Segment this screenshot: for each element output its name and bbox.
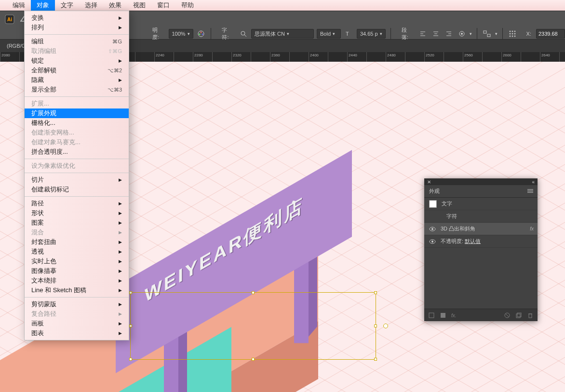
menu-item[interactable]: 全部解锁⌥⌘2: [25, 66, 129, 75]
duplicate-item-icon[interactable]: [515, 312, 522, 319]
rotate-handle[interactable]: [383, 324, 388, 328]
font-style-field[interactable]: Bold▾: [317, 29, 341, 39]
search-icon[interactable]: [238, 29, 248, 39]
clear-appearance-icon[interactable]: [504, 312, 511, 319]
new-fill-icon[interactable]: [428, 312, 435, 319]
recolor-artwork-icon[interactable]: [196, 29, 206, 39]
menu-item[interactable]: 切片▶: [25, 175, 129, 185]
ruler-tick: 2520: [424, 52, 444, 62]
svg-point-24: [514, 31, 515, 32]
ruler-tick: [521, 52, 540, 62]
transform-icon[interactable]: [482, 29, 492, 39]
panel-title[interactable]: 外观: [429, 188, 440, 195]
menu-type[interactable]: 文字: [55, 0, 79, 11]
menu-item[interactable]: 排列▶: [25, 23, 129, 32]
submenu-arrow-icon: ▶: [119, 78, 122, 82]
x-position-field[interactable]: 2339.68: [536, 29, 565, 39]
menu-item[interactable]: 创建裁切标记: [25, 185, 129, 194]
menu-item[interactable]: 图像描摹▶: [25, 266, 129, 276]
ruler-tick: [559, 52, 565, 62]
menu-item[interactable]: 图案▶: [25, 218, 129, 228]
ruler-tick: [174, 52, 193, 62]
menu-item[interactable]: 文本绕排▶: [25, 276, 129, 285]
add-effect-icon[interactable]: fx.: [451, 312, 458, 319]
submenu-arrow-icon: ▶: [119, 321, 122, 326]
menu-item[interactable]: 栅格化...: [25, 118, 129, 128]
menu-item[interactable]: 封套扭曲▶: [25, 237, 129, 247]
menu-edit[interactable]: 编辑: [7, 0, 31, 11]
svg-point-25: [510, 33, 511, 34]
menu-item[interactable]: 变换▶: [25, 13, 129, 23]
svg-point-3: [201, 32, 202, 33]
menu-item[interactable]: 路径▶: [25, 199, 129, 208]
menu-separator: [25, 196, 129, 197]
object-menu-dropdown: 变换▶排列▶编组⌘G取消编组⇧⌘G锁定▶全部解锁⌥⌘2隐藏▶显示全部⌥⌘3扩展.…: [24, 11, 129, 340]
menu-item[interactable]: 锁定▶: [25, 56, 129, 66]
menu-item: 创建渐变网格...: [25, 128, 129, 137]
ruler-tick: [444, 52, 463, 62]
appearance-row-characters[interactable]: 字符: [424, 210, 538, 223]
menu-item[interactable]: 隐藏▶: [25, 75, 129, 85]
svg-line-42: [505, 313, 509, 317]
visibility-toggle-icon[interactable]: [429, 226, 436, 232]
menu-effect[interactable]: 效果: [103, 0, 127, 11]
align-right-icon[interactable]: [444, 29, 454, 39]
ruler-tick: 2560: [463, 52, 482, 62]
menu-item[interactable]: 扩展外观: [25, 108, 129, 118]
character-label: 字符:: [222, 27, 233, 41]
submenu-arrow-icon: ▶: [119, 249, 122, 254]
align-left-icon[interactable]: [418, 29, 428, 39]
menu-item[interactable]: 拼合透明度...: [25, 147, 129, 157]
svg-point-28: [510, 36, 511, 37]
font-size-field[interactable]: 34.65 p▾: [357, 29, 386, 39]
align-to-icon[interactable]: [457, 29, 467, 39]
panel-menu-icon[interactable]: [527, 189, 534, 194]
ruler-tick: 2440: [347, 52, 366, 62]
fx-indicator[interactable]: fx: [530, 226, 534, 231]
appearance-row-3d-effect[interactable]: 3D 凸出和斜角 fx: [424, 223, 538, 235]
menu-window[interactable]: 窗口: [151, 0, 175, 11]
opacity-field[interactable]: 100%▾: [169, 29, 193, 39]
menu-separator: [25, 173, 129, 173]
svg-rect-44: [517, 313, 521, 317]
x-label: X:: [526, 31, 531, 37]
menu-help[interactable]: 帮助: [175, 0, 200, 11]
new-stroke-icon[interactable]: [440, 312, 446, 319]
menu-item[interactable]: 实时上色▶: [25, 257, 129, 266]
submenu-arrow-icon: ▶: [119, 331, 122, 336]
menu-item[interactable]: 编组⌘G: [25, 37, 129, 46]
svg-rect-45: [529, 314, 532, 318]
menu-item[interactable]: 图表▶: [25, 328, 129, 338]
selection-bounding-box[interactable]: [130, 292, 376, 360]
submenu-arrow-icon: ▶: [119, 201, 122, 206]
font-family-field[interactable]: 思源黑体 CN▾: [251, 29, 314, 39]
menu-item[interactable]: 形状▶: [25, 208, 129, 218]
menu-item[interactable]: 剪切蒙版▶: [25, 299, 129, 309]
font-size-icon: T: [344, 29, 354, 39]
svg-rect-21: [487, 34, 490, 37]
panel-close-icon[interactable]: ✕: [427, 179, 431, 185]
fill-swatch[interactable]: [429, 200, 437, 208]
svg-point-37: [431, 241, 433, 243]
menu-item[interactable]: Line 和 Sketch 图稿▶: [25, 285, 129, 295]
appearance-row-opacity[interactable]: 不透明度: 默认值: [424, 235, 538, 248]
menu-item[interactable]: 透视▶: [25, 247, 129, 257]
menu-select[interactable]: 选择: [79, 0, 103, 11]
menu-view[interactable]: 视图: [127, 0, 151, 11]
menu-separator: [25, 34, 129, 35]
menu-object[interactable]: 对象: [31, 0, 55, 11]
submenu-arrow-icon: ▶: [119, 25, 122, 30]
panel-collapse-icon[interactable]: «: [532, 179, 535, 185]
align-center-icon[interactable]: [430, 29, 441, 39]
opacity-label: 明度:: [152, 27, 164, 41]
menu-item[interactable]: 显示全部⌥⌘3: [25, 85, 129, 95]
ruler-tick: [212, 52, 231, 62]
menu-item[interactable]: 画板▶: [25, 319, 129, 328]
reference-point-icon[interactable]: [508, 29, 518, 39]
appearance-row-type[interactable]: 文字: [424, 198, 538, 210]
paragraph-label: 段落:: [402, 27, 413, 41]
visibility-toggle-icon[interactable]: [429, 238, 436, 245]
submenu-arrow-icon: ▶: [119, 58, 122, 63]
ruler-tick: [366, 52, 386, 62]
delete-item-icon[interactable]: [527, 312, 534, 319]
